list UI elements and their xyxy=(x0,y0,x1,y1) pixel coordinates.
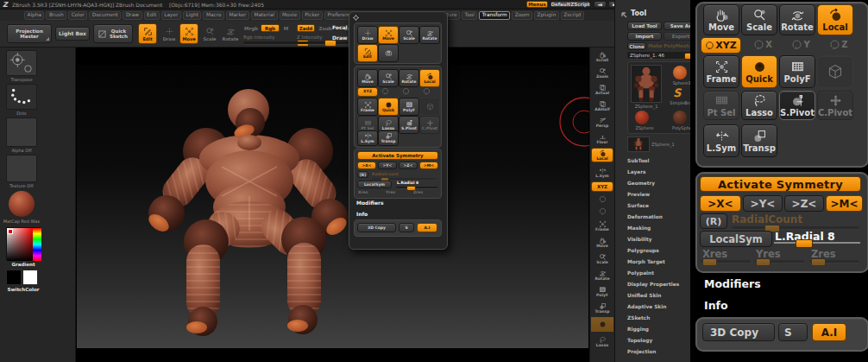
z-rotate-button[interactable]: Z xyxy=(825,37,852,52)
color-picker[interactable] xyxy=(6,227,41,260)
sym-m-button[interactable]: >M< xyxy=(826,195,863,212)
current-tool-thumb[interactable] xyxy=(631,65,662,103)
make-polymesh-button[interactable]: Make PolyMesh3D xyxy=(648,43,696,51)
material-thumb[interactable] xyxy=(6,190,37,218)
collapse-chevron-icon[interactable] xyxy=(620,11,627,18)
ghost-button[interactable] xyxy=(591,317,613,332)
rotate-3d-button[interactable]: Rotate xyxy=(591,268,613,283)
sym-y-button[interactable]: >Y< xyxy=(743,195,783,212)
popup-s-button[interactable]: S xyxy=(399,223,414,232)
popup-polyf-button[interactable]: PolyF xyxy=(399,98,419,116)
menu-layer[interactable]: Layer xyxy=(161,11,181,20)
lradial-slider[interactable] xyxy=(774,242,860,244)
popup-xyz-button[interactable]: XYZ xyxy=(357,87,378,97)
ai-button[interactable]: A.I xyxy=(812,323,846,341)
frame-button[interactable]: Frame xyxy=(703,55,739,88)
section-unified-skin[interactable]: Unified Skin xyxy=(627,293,661,298)
actual-button[interactable]: Actual xyxy=(591,82,613,97)
section-deformation[interactable]: Deformation xyxy=(627,214,663,219)
edit-mode-button[interactable]: Edit xyxy=(138,23,157,44)
popup-rotate3d-button[interactable]: Rotate xyxy=(399,69,419,87)
import-button[interactable]: Import xyxy=(627,32,662,41)
rgb-button[interactable]: Rgb xyxy=(261,24,280,32)
popup-cube-button[interactable] xyxy=(419,98,440,116)
section-rigging[interactable]: Rigging xyxy=(627,327,649,332)
s-button[interactable]: S xyxy=(778,323,808,341)
menu-transform[interactable]: Transform xyxy=(479,11,510,20)
section-masking[interactable]: Masking xyxy=(627,225,651,231)
popup-lsym-button[interactable]: L.Sym xyxy=(357,130,378,146)
popup-move3d-button[interactable]: Move xyxy=(357,69,378,87)
popup-rotate-button[interactable]: Rotate xyxy=(419,26,440,44)
z-rotate-button[interactable] xyxy=(591,206,613,217)
alpha-thumb[interactable] xyxy=(6,117,37,147)
persp-button[interactable]: Persp xyxy=(591,115,613,130)
menu-picker[interactable]: Picker xyxy=(302,11,323,20)
y-rotate-button[interactable]: Y xyxy=(787,37,815,52)
popup-move-button[interactable]: Move xyxy=(378,26,399,44)
transp-button[interactable]: Transp xyxy=(741,124,777,157)
copy3d-button[interactable]: 3D Copy xyxy=(702,323,775,341)
menu-movie[interactable]: Movie xyxy=(280,11,300,20)
section-projection[interactable]: Projection xyxy=(627,349,656,354)
mrgb-button[interactable]: Mrgb xyxy=(243,24,259,32)
default-zscript-button[interactable]: DefaultZScript xyxy=(550,1,590,8)
polyf-button[interactable]: PolyF xyxy=(779,55,815,88)
popup-activate-symmetry-button[interactable]: Activate Symmetry xyxy=(357,151,438,160)
main-color-swatch[interactable] xyxy=(6,270,22,285)
section-preview[interactable]: Preview xyxy=(627,192,650,197)
popup-sym-m-button[interactable]: >M< xyxy=(419,162,438,169)
scroll-button[interactable]: Scroll xyxy=(591,49,613,64)
ptsel-button[interactable]: Pt Sel xyxy=(703,91,739,120)
current-brush-thumb[interactable] xyxy=(6,50,37,76)
lasso-button[interactable]: Lasso xyxy=(591,334,613,349)
polysphere-thumb[interactable] xyxy=(673,111,687,124)
section-geometry[interactable]: Geometry xyxy=(627,181,655,186)
simple-brush-thumb[interactable]: S xyxy=(673,86,687,100)
section-visibility[interactable]: Visibility xyxy=(627,237,651,242)
stroke-thumb[interactable] xyxy=(6,84,37,110)
popup-ai-button[interactable]: A.I xyxy=(417,223,437,232)
local-button[interactable]: Local xyxy=(817,4,853,35)
document-canvas[interactable] xyxy=(76,64,589,349)
section-subtool[interactable]: SubTool xyxy=(627,158,650,163)
popup-snapshot-button[interactable] xyxy=(378,44,399,62)
popup-quick-button[interactable]: Quick xyxy=(378,98,399,116)
info-header[interactable]: Info xyxy=(704,299,728,312)
quick-button[interactable]: Quick xyxy=(741,55,777,88)
aahalf-button[interactable]: AAHalf xyxy=(591,98,613,113)
menu-zscript[interactable]: Zscript xyxy=(561,11,584,20)
lradial-handle[interactable] xyxy=(796,239,813,248)
menu-zplugin[interactable]: Zplugin xyxy=(534,11,559,20)
menu-edit[interactable]: Edit xyxy=(144,11,160,20)
section-morph-target[interactable]: Morph Target xyxy=(627,259,665,264)
draw-mode-button[interactable]: Draw xyxy=(160,23,178,44)
sym-x-button[interactable]: >X< xyxy=(700,195,741,212)
menu-zoom[interactable]: Zoom xyxy=(512,11,532,20)
menu-document[interactable]: Document xyxy=(89,11,121,20)
zsphere-thumb[interactable] xyxy=(635,111,649,124)
lasso-button[interactable]: Lasso xyxy=(741,91,777,120)
move-mode-button[interactable]: Move xyxy=(179,23,198,44)
localsym-button[interactable]: LocalSym xyxy=(700,231,772,247)
section-layers[interactable]: Layers xyxy=(627,169,645,175)
xres-slider[interactable] xyxy=(701,260,751,263)
radial-count-slider[interactable] xyxy=(372,178,436,180)
rotate-button[interactable]: Rotate xyxy=(779,4,815,35)
recent-tool-thumb[interactable] xyxy=(627,137,650,152)
popup-3dcopy-button[interactable]: 3D Copy xyxy=(357,223,396,232)
quick-sketch-button[interactable]: Quick Sketch xyxy=(93,24,133,43)
spivot-button[interactable]: S.Pivot xyxy=(779,91,815,120)
lsym-button[interactable]: L.Sym xyxy=(703,124,739,157)
hue-strip[interactable] xyxy=(33,228,41,261)
zoom-button[interactable]: Zoom xyxy=(591,66,613,80)
z-orbit-icon[interactable] xyxy=(423,87,431,95)
clone-button[interactable]: Clone xyxy=(627,42,646,50)
texture-thumb[interactable] xyxy=(6,155,37,182)
y-orbit-icon[interactable] xyxy=(402,87,410,95)
menu-brush[interactable]: Brush xyxy=(46,11,66,20)
popup-radial-button[interactable]: (R) xyxy=(357,171,368,178)
section-polypaint[interactable]: Polypaint xyxy=(627,270,654,276)
zres-handle[interactable] xyxy=(811,258,826,266)
move-3d-button[interactable]: Move xyxy=(591,235,613,250)
